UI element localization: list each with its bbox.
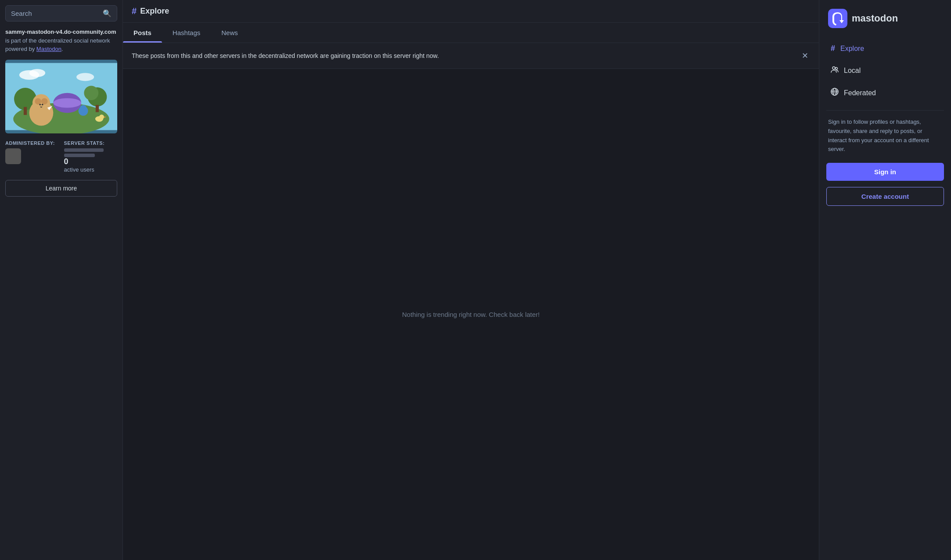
- tabs-container: Posts Hashtags News: [123, 23, 819, 43]
- admin-avatar: [5, 148, 21, 164]
- svg-point-12: [41, 98, 48, 104]
- svg-point-14: [42, 104, 43, 105]
- empty-state-message: Nothing is trending right now. Check bac…: [402, 311, 540, 318]
- main-content: # Explore Posts Hashtags News These post…: [123, 0, 819, 560]
- admin-stats-container: ADMINISTERED BY: SERVER STATS: 0 active …: [5, 140, 117, 173]
- svg-point-19: [29, 69, 45, 77]
- active-users-count: 0: [64, 157, 118, 166]
- mastodon-logo-icon: [828, 9, 847, 28]
- nav-item-federated[interactable]: Federated: [826, 83, 944, 103]
- nav-divider: [826, 110, 944, 111]
- mastodon-link[interactable]: Mastodon: [36, 46, 61, 52]
- svg-rect-24: [828, 9, 847, 28]
- svg-point-20: [76, 73, 94, 81]
- admin-section: ADMINISTERED BY:: [5, 140, 59, 173]
- mastodon-logo: mastodon: [826, 9, 944, 28]
- svg-point-27: [832, 67, 835, 69]
- svg-rect-3: [24, 107, 27, 115]
- stat-bar-2: [64, 154, 95, 157]
- learn-more-button[interactable]: Learn more: [5, 180, 117, 197]
- left-sidebar: 🔍 sammy-mastodon-v4.do-community.com is …: [0, 0, 123, 560]
- svg-point-17: [80, 105, 86, 111]
- svg-point-26: [838, 17, 841, 20]
- server-period: .: [61, 46, 63, 52]
- tab-posts[interactable]: Posts: [123, 23, 162, 43]
- explore-hash-icon: #: [132, 6, 137, 16]
- federated-nav-icon: [831, 88, 839, 98]
- svg-rect-5: [96, 105, 99, 112]
- search-container: 🔍: [5, 5, 117, 22]
- tab-news[interactable]: News: [211, 23, 249, 43]
- server-info: sammy-mastodon-v4.do-community.com is pa…: [5, 28, 117, 54]
- mastodon-logo-text: mastodon: [852, 13, 898, 24]
- create-account-button[interactable]: Create account: [826, 187, 944, 206]
- empty-state: Nothing is trending right now. Check bac…: [123, 69, 819, 560]
- search-icon: 🔍: [103, 9, 112, 18]
- svg-point-28: [836, 68, 838, 70]
- nav-item-local-label: Local: [844, 67, 861, 75]
- right-sidebar: mastodon # Explore Local Federated: [819, 0, 951, 560]
- info-banner: These posts from this and other servers …: [123, 43, 819, 69]
- svg-point-8: [53, 98, 81, 108]
- nav-item-local[interactable]: Local: [826, 60, 944, 81]
- explore-nav-icon: #: [831, 44, 835, 53]
- nav-item-explore[interactable]: # Explore: [826, 39, 944, 58]
- stats-section: SERVER STATS: 0 active users: [64, 140, 118, 173]
- svg-point-6: [84, 86, 98, 100]
- explore-title: Explore: [140, 7, 169, 16]
- svg-point-11: [35, 98, 41, 104]
- explore-header: # Explore: [123, 0, 819, 23]
- local-nav-icon: [831, 65, 839, 75]
- sign-in-description: Sign in to follow profiles or hashtags, …: [826, 118, 944, 154]
- info-banner-text: These posts from this and other servers …: [132, 51, 439, 61]
- nav-item-federated-label: Federated: [844, 89, 876, 97]
- sign-in-button[interactable]: Sign in: [826, 163, 944, 181]
- active-users-label: active users: [64, 166, 118, 173]
- svg-point-10: [32, 94, 50, 111]
- stat-bars: [64, 148, 118, 157]
- nav-item-explore-label: Explore: [840, 45, 864, 53]
- svg-point-25: [835, 17, 837, 20]
- admin-title: ADMINISTERED BY:: [5, 140, 59, 146]
- server-name: sammy-mastodon-v4.do-community.com: [5, 29, 116, 35]
- svg-point-13: [39, 104, 41, 105]
- svg-point-22: [99, 114, 104, 119]
- server-banner: [5, 60, 117, 133]
- tab-hashtags[interactable]: Hashtags: [162, 23, 211, 43]
- search-input[interactable]: [11, 10, 103, 17]
- close-info-banner-button[interactable]: ✕: [800, 49, 810, 62]
- stats-title: SERVER STATS:: [64, 140, 118, 146]
- stat-bar-1: [64, 148, 104, 152]
